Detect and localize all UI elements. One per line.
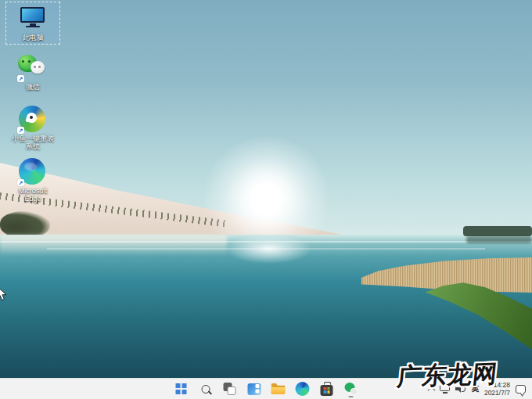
search-icon — [201, 385, 210, 394]
wallpaper — [0, 0, 532, 399]
task-view-button[interactable] — [221, 379, 239, 398]
shortcut-arrow-icon: ↗ — [17, 179, 24, 186]
wallpaper-water-band — [0, 241, 532, 243]
store-bag-icon — [321, 385, 333, 396]
desktop: 此电脑 ↗ 微信 ↗ 小鱼一键重装 系统 ↗ Microsoft Edge 广东… — [0, 0, 532, 399]
shortcut-arrow-icon: ↗ — [17, 127, 24, 134]
desktop-icon-microsoft-edge[interactable]: ↗ Microsoft Edge — [5, 157, 60, 203]
shortcut-arrow-icon: ↗ — [17, 75, 24, 82]
wechat-taskbar-button[interactable] — [342, 379, 361, 398]
edge-button[interactable] — [293, 379, 312, 398]
wechat-icon — [344, 383, 358, 395]
wallpaper-island — [463, 226, 532, 236]
taskbar-center-icons — [172, 379, 361, 399]
microsoft-store-button[interactable] — [318, 379, 336, 398]
task-view-icon — [224, 383, 236, 395]
icon-label-line2: 系统 — [5, 142, 60, 150]
widgets-icon — [247, 383, 261, 395]
search-button[interactable] — [196, 379, 215, 398]
icon-label: 此电脑 — [6, 34, 59, 41]
icon-label: 小鱼一键重装 — [5, 135, 60, 142]
edge-icon: ↗ — [18, 157, 48, 185]
icon-label: 微信 — [5, 83, 60, 91]
notification-bubble-icon — [516, 385, 526, 394]
icon-label-line2: Edge — [5, 195, 60, 203]
edge-icon — [296, 382, 310, 396]
desktop-icon-wechat[interactable]: ↗ 微信 — [5, 53, 60, 91]
widgets-button[interactable] — [245, 379, 264, 398]
wallpaper-island-reflection — [466, 236, 532, 243]
start-button[interactable] — [172, 379, 191, 398]
this-pc-icon — [18, 4, 48, 32]
desktop-icon-xiaoyu-reinstall[interactable]: ↗ 小鱼一键重装 系统 — [5, 105, 60, 151]
windows-logo-icon — [175, 383, 187, 395]
wallpaper-tree-cluster — [0, 211, 50, 238]
wallpaper-water-band — [47, 248, 485, 250]
desktop-icon-this-pc[interactable]: 此电脑 — [5, 2, 60, 45]
folder-icon — [271, 383, 286, 394]
notification-center-button[interactable] — [516, 379, 526, 399]
file-explorer-button[interactable] — [269, 379, 288, 398]
wallpaper-hill-reflection — [0, 235, 227, 256]
mouse-cursor — [0, 286, 9, 306]
icon-label: Microsoft — [5, 187, 60, 195]
wechat-icon: ↗ — [18, 53, 48, 81]
running-app-indicator — [349, 396, 354, 398]
xiaoyu-reinstall-icon: ↗ — [18, 105, 48, 133]
selection-box: 此电脑 — [5, 2, 60, 45]
site-watermark: 广东龙网 — [396, 358, 500, 394]
